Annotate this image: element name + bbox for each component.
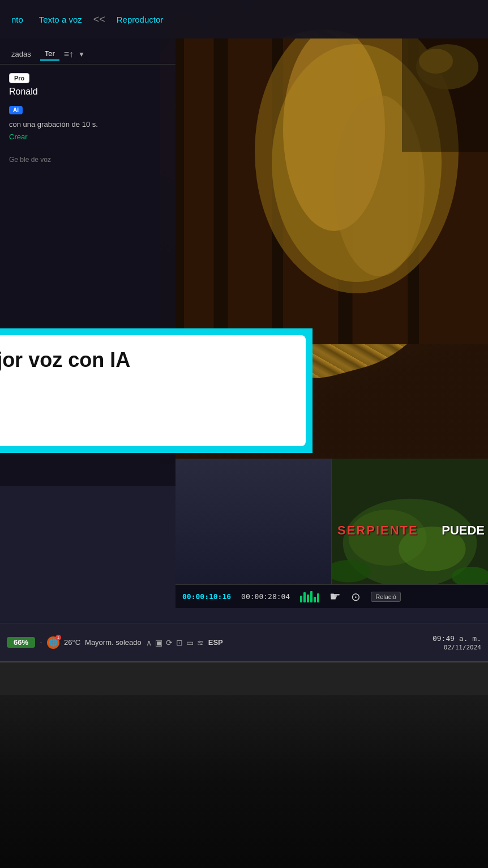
notification-dot: 1 [55,635,61,640]
bottom-video-strip: SERPIENTE PUEDE [175,459,488,589]
crear-link[interactable]: Crear [0,132,175,146]
bar-4 [310,591,313,602]
thumbnail-left [175,459,332,589]
thumbnail-right: SERPIENTE PUEDE [332,459,488,589]
card-icons-row: 🔥 M [0,380,290,401]
puede-text: PUEDE [442,523,485,538]
serpiente-text: SERPIENTE [337,523,418,538]
desk-surface [0,695,488,868]
bar-3 [307,595,309,602]
taskbar-right: 09:49 a. m. 02/11/2024 [433,634,481,651]
tab-ter[interactable]: Ter [40,48,59,61]
top-nav: nto Texto a voz << Reproductor [0,0,488,39]
description-text: con una grabación de 10 s. [0,117,175,132]
filter-icon[interactable]: ≡↑ [64,49,74,59]
green-badge: 66% [7,637,35,648]
sys-icons: ∧ ▣ ⟳ ⊡ ▭ ≋ [146,638,204,647]
video-snake-frame [175,39,488,344]
nav-item-reproductor[interactable]: Reproductor [112,12,168,27]
language-text: ESP [208,638,223,647]
bar-2 [303,592,306,602]
nav-item-texto-voz[interactable]: Texto a voz [35,12,87,27]
taskbar: 66% · 🌐 1 26°C Mayorm. soleado ∧ ▣ ⟳ ⊡ ▭… [0,623,488,661]
ai-badge: AI [9,106,23,114]
device-bezel [0,661,488,695]
window-icon[interactable]: ▣ [155,638,162,647]
snake-svg [175,39,488,344]
chevron-up-icon[interactable]: ∧ [146,638,152,647]
tab-zadas[interactable]: zadas [7,48,36,60]
user-name: Ronald [9,87,166,97]
card-title: Genera la mejor voz con IA [0,348,290,372]
sidebar-tabs: zadas Ter ≡↑ ▼ [0,44,175,65]
pro-badge: Pro [9,73,29,83]
wifi-icon[interactable]: ≋ [197,638,204,647]
taskbar-left: 66% · 🌐 1 26°C Mayorm. soleado ∧ ▣ ⟳ ⊡ ▭… [7,636,427,649]
weather-text: Mayorm. soleado [85,638,142,647]
time-current: 00:00:10:16 [182,592,231,601]
bar-1 [300,596,302,602]
bar-5 [314,597,316,602]
screen-area: nto Texto a voz << Reproductor zadas Ter… [0,0,488,651]
timeline-bar: 00:00:10:16 00:00:28:04 ☛ ⊙ Relació [175,584,488,608]
relation-badge[interactable]: Relació [371,592,401,602]
taskbar-date: 02/11/2024 [444,644,481,651]
time-total: 00:00:28:04 [241,592,290,601]
sidebar-voice-label: Ge ble de voz [0,146,175,166]
cyan-banner: Genera la mejor voz con IA 🔥 M [0,328,313,453]
pause-icon[interactable]: ☛ [329,589,341,604]
pro-user-section: Pro Ronald [0,65,175,100]
dropdown-arrow-icon[interactable]: ▼ [78,50,85,58]
audio-bars-icon[interactable] [300,591,319,602]
bar-6 [317,593,319,602]
temperature-text: 26°C [64,638,80,647]
battery-icon[interactable]: ▭ [186,638,194,647]
nav-back-arrow[interactable]: << [93,14,105,25]
scan-icon[interactable]: ⊙ [351,590,361,604]
taskbar-time: 09:49 a. m. [433,634,481,643]
notification-icon[interactable]: 🌐 1 [47,636,59,649]
svg-rect-12 [402,39,488,152]
camera-icon[interactable]: ⊡ [176,638,183,647]
taskbar-sep-1: · [40,636,42,648]
nav-item-nto[interactable]: nto [7,12,28,27]
sync-icon[interactable]: ⟳ [166,638,173,647]
promo-card: Genera la mejor voz con IA 🔥 M [0,335,306,446]
